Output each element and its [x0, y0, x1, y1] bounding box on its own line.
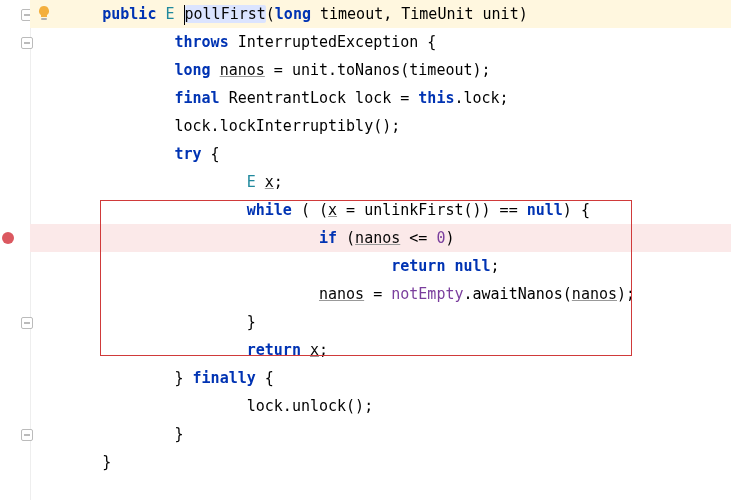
token: long: [275, 5, 311, 23]
token: lock.unlock();: [247, 397, 373, 415]
breakpoint-icon[interactable]: [2, 232, 14, 244]
code-area[interactable]: public E pollFirst(long timeout, TimeUni…: [30, 0, 731, 500]
token: {: [256, 369, 274, 387]
code-line[interactable]: E x;: [30, 168, 731, 196]
code-line[interactable]: return null;: [30, 252, 731, 280]
code-line[interactable]: }: [30, 448, 731, 476]
token: E: [247, 173, 256, 191]
token: nanos: [220, 61, 265, 79]
intention-bulb-icon[interactable]: [36, 5, 52, 21]
token: [211, 61, 220, 79]
code-line[interactable]: lock.unlock();: [30, 392, 731, 420]
token: ) {: [563, 201, 590, 219]
token: <=: [400, 229, 436, 247]
token: x: [310, 341, 319, 359]
token: = unlinkFirst()) ==: [337, 201, 527, 219]
token: ): [445, 229, 454, 247]
code-line[interactable]: final ReentrantLock lock = this.lock;: [30, 84, 731, 112]
token: return: [247, 341, 301, 359]
code-line[interactable]: } finally {: [30, 364, 731, 392]
token: x: [265, 173, 274, 191]
token: ;: [274, 173, 283, 191]
code-line[interactable]: nanos = notEmpty.awaitNanos(nanos);: [30, 280, 731, 308]
token: if: [319, 229, 337, 247]
gutter[interactable]: [0, 0, 31, 500]
token: this: [418, 89, 454, 107]
token: final: [175, 89, 220, 107]
token: notEmpty: [391, 285, 463, 303]
token: ;: [491, 257, 500, 275]
token: ( (: [292, 201, 328, 219]
token: finally: [193, 369, 256, 387]
token: ReentrantLock lock =: [220, 89, 419, 107]
code-line[interactable]: long nanos = unit.toNanos(timeout);: [30, 56, 731, 84]
token: public: [102, 5, 156, 23]
token: E: [165, 5, 174, 23]
code-line[interactable]: }: [30, 308, 731, 336]
token: }: [102, 453, 111, 471]
code-line[interactable]: lock.lockInterruptibly();: [30, 112, 731, 140]
token: nanos: [355, 229, 400, 247]
token: );: [617, 285, 635, 303]
token: }: [175, 369, 193, 387]
token: timeout, TimeUnit unit): [311, 5, 528, 23]
code-line[interactable]: public E pollFirst(long timeout, TimeUni…: [30, 0, 731, 28]
code-line[interactable]: throws InterruptedException {: [30, 28, 731, 56]
token: nanos: [319, 285, 364, 303]
token: x: [328, 201, 337, 219]
token: =: [364, 285, 391, 303]
token: [301, 341, 310, 359]
code-line[interactable]: if (nanos <= 0): [30, 224, 731, 252]
token: .lock;: [454, 89, 508, 107]
token: (: [266, 5, 275, 23]
token: nanos: [572, 285, 617, 303]
token: (: [337, 229, 355, 247]
token: [256, 173, 265, 191]
token: try: [175, 145, 202, 163]
code-line[interactable]: try {: [30, 140, 731, 168]
token: InterruptedException {: [229, 33, 437, 51]
token: while: [247, 201, 292, 219]
token: }: [175, 425, 184, 443]
token: lock.lockInterruptibly();: [175, 117, 401, 135]
token: return null: [391, 257, 490, 275]
token: throws: [175, 33, 229, 51]
token: null: [527, 201, 563, 219]
code-line[interactable]: while ( (x = unlinkFirst()) == null) {: [30, 196, 731, 224]
token: long: [175, 61, 211, 79]
token: {: [202, 145, 220, 163]
token: }: [247, 313, 256, 331]
svg-rect-0: [41, 18, 47, 20]
token: ;: [319, 341, 328, 359]
token: pollFirst: [185, 5, 266, 23]
token: = unit.toNanos(timeout);: [265, 61, 491, 79]
editor[interactable]: { "caret_line": 0, "box": { "top": 200, …: [0, 0, 731, 500]
token: .awaitNanos(: [463, 285, 571, 303]
code-line[interactable]: return x;: [30, 336, 731, 364]
token: [175, 5, 184, 23]
code-line[interactable]: }: [30, 420, 731, 448]
